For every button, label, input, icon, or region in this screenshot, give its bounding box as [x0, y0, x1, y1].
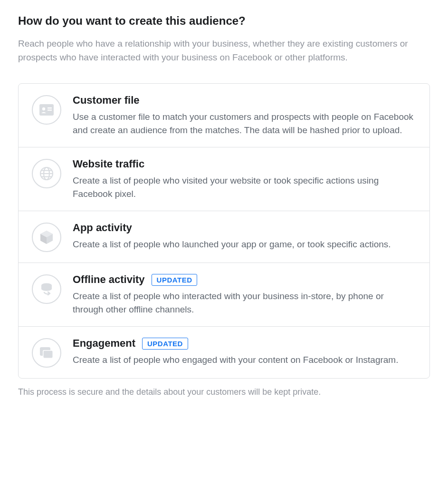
option-offline-activity[interactable]: Offline activity UPDATED Create a list o…: [19, 263, 429, 327]
page-heading: How do you want to create this audience?: [18, 14, 430, 28]
audience-option-list: Customer file Use a customer file to mat…: [18, 83, 430, 379]
option-title: Customer file: [73, 94, 140, 107]
option-title: Offline activity: [73, 273, 145, 286]
updated-badge: UPDATED: [142, 338, 188, 350]
svg-point-10: [41, 287, 52, 291]
option-content: Engagement UPDATED Create a list of peop…: [73, 337, 416, 367]
svg-rect-3: [48, 110, 52, 111]
option-customer-file[interactable]: Customer file Use a customer file to mat…: [19, 84, 429, 147]
option-description: Create a list of people who interacted w…: [73, 290, 416, 316]
option-title: Website traffic: [73, 158, 144, 170]
option-website-traffic[interactable]: Website traffic Create a list of people …: [19, 147, 429, 211]
option-app-activity[interactable]: App activity Create a list of people who…: [19, 211, 429, 263]
option-description: Create a list of people who engaged with…: [73, 353, 416, 367]
svg-point-1: [42, 107, 45, 110]
option-description: Use a customer file to match your custom…: [73, 110, 416, 136]
database-sync-icon: [32, 274, 61, 304]
option-engagement[interactable]: Engagement UPDATED Create a list of peop…: [19, 327, 429, 378]
svg-rect-2: [48, 107, 52, 108]
option-description: Create a list of people who visited your…: [73, 174, 416, 200]
stack-icon: [32, 338, 61, 368]
updated-badge: UPDATED: [152, 274, 198, 286]
page-description: Reach people who have a relationship wit…: [18, 37, 430, 64]
contact-card-icon: [32, 95, 61, 125]
option-description: Create a list of people who launched you…: [73, 238, 416, 251]
option-content: App activity Create a list of people who…: [73, 222, 416, 251]
option-content: Website traffic Create a list of people …: [73, 158, 416, 200]
svg-rect-13: [44, 351, 53, 358]
footer-note: This process is secure and the details a…: [18, 387, 430, 397]
option-content: Customer file Use a customer file to mat…: [73, 94, 416, 136]
cube-icon: [32, 223, 61, 252]
globe-icon: [32, 159, 61, 188]
option-content: Offline activity UPDATED Create a list o…: [73, 273, 416, 316]
option-title: Engagement: [73, 337, 135, 350]
option-title: App activity: [73, 222, 132, 234]
